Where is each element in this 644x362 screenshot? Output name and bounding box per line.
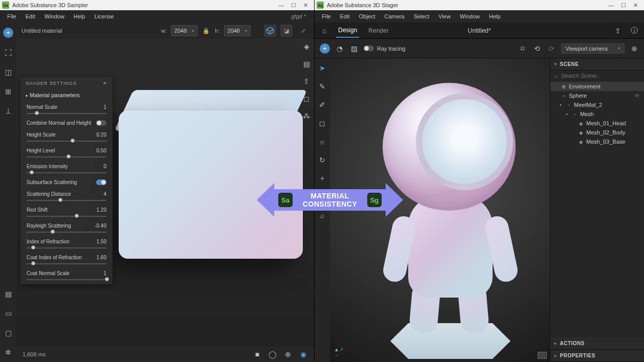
layers-icon[interactable]: ◈ [302, 42, 311, 51]
tree-item-mesh[interactable]: ▾▫Mesh [550, 109, 644, 119]
briefcase-icon[interactable]: ▭ [4, 309, 13, 318]
param-red-shift[interactable]: Red Shift1.20 [20, 205, 113, 221]
share-icon[interactable]: ⇪ [613, 26, 623, 35]
param-normal-scale[interactable]: Normal Scale1 [20, 102, 113, 118]
menu-file[interactable]: File [3, 12, 20, 21]
visibility-icon[interactable]: 👁 [634, 93, 640, 99]
param-rayleigh-scattering[interactable]: Rayleigh Scattering-0.40 [20, 221, 113, 237]
slider-track[interactable] [27, 247, 106, 248]
link-icon[interactable]: 🔒 [202, 26, 211, 35]
view-2d-icon[interactable]: ◪ [280, 25, 293, 37]
param-emission-intensity[interactable]: Emission Intensity0 [20, 162, 113, 177]
width-select[interactable]: 2048▾ [171, 25, 197, 36]
refresh-icon[interactable]: ◯ [268, 350, 277, 359]
record-icon[interactable]: ◉ [299, 350, 308, 359]
menu-file[interactable]: File [318, 12, 335, 21]
ray-tracing-toggle[interactable] [364, 46, 374, 51]
close-button[interactable]: ✕ [633, 2, 638, 9]
height-select[interactable]: 2048▾ [224, 25, 251, 36]
tab-render[interactable]: Render [366, 24, 390, 37]
home-icon[interactable]: ⌂ [320, 26, 329, 35]
image-icon[interactable]: ▨ [349, 44, 359, 53]
export-icon[interactable]: ⇪ [302, 77, 311, 86]
menu-camera[interactable]: Camera [381, 12, 409, 21]
add-icon[interactable]: ＋ [3, 28, 13, 38]
snap2-icon[interactable]: ⟲ [532, 44, 542, 53]
fullscreen-icon[interactable]: ⤢ [297, 25, 309, 37]
actions-heading[interactable]: ▸ACTIONS [550, 337, 644, 349]
panel1-icon[interactable]: ▤ [4, 289, 13, 299]
menu-help[interactable]: Help [70, 12, 90, 21]
maximize-button[interactable]: ☐ [621, 2, 626, 9]
param-coat-index-of-refraction[interactable]: Coat Index of Refraction1.60 [20, 253, 113, 268]
slider-track[interactable] [27, 141, 106, 142]
slider-track[interactable] [27, 279, 106, 280]
menu-object[interactable]: Object [355, 12, 380, 21]
sample-icon[interactable]: ✐ [318, 100, 327, 109]
view-3d-icon[interactable] [264, 25, 276, 37]
slider-track[interactable] [27, 216, 106, 217]
presentation-icon[interactable]: ▢ [4, 328, 13, 337]
books-icon[interactable]: ▤ [302, 59, 311, 69]
plus-icon[interactable]: ＋ [318, 174, 327, 183]
menu-edit[interactable]: Edit [21, 12, 39, 21]
help-icon[interactable]: ⓘ [630, 26, 639, 35]
shape-icon[interactable]: ◫ [4, 67, 13, 77]
slider-track[interactable] [27, 200, 106, 201]
menu-license[interactable]: License [90, 12, 118, 21]
slider-track[interactable] [27, 172, 106, 173]
tree-item-mesh-03-base[interactable]: ◈Mesh_03_Base [550, 137, 644, 146]
slider-track[interactable] [27, 113, 106, 114]
camera-icon[interactable]: ■ [253, 350, 262, 359]
viewport-mini-icon[interactable] [538, 352, 547, 359]
minimize-button[interactable]: — [608, 2, 614, 9]
tree-item-mesh-01-head[interactable]: ◈Mesh_01_Head [550, 119, 644, 128]
settings-icon[interactable]: ✲ [4, 348, 13, 357]
chevron-down-icon[interactable]: ▾ [560, 103, 564, 107]
tab-design[interactable]: Design [336, 24, 359, 38]
tree-item-environment[interactable]: ⊕Environment [550, 82, 644, 91]
menu-help[interactable]: Help [485, 12, 505, 21]
lights-icon[interactable]: ⁂ [302, 111, 311, 121]
add-button[interactable]: ＋ [320, 43, 330, 54]
light-icon[interactable]: ☼ [318, 137, 327, 146]
snap3-icon[interactable]: ⟳ [547, 44, 556, 53]
shader-close-icon[interactable]: ✕ [103, 81, 107, 86]
crop-icon[interactable]: ⛶ [4, 48, 13, 57]
globe-icon[interactable]: ⊕ [283, 350, 293, 359]
slider-track[interactable] [27, 232, 106, 233]
toggle[interactable] [96, 179, 106, 185]
toggle[interactable] [96, 120, 106, 126]
param-combine-normal-and-height[interactable]: Combine Normal and Height [20, 118, 113, 130]
menu-view[interactable]: View [434, 12, 455, 21]
speed-icon[interactable]: ◔ [335, 44, 344, 53]
cube-icon[interactable]: ◻ [302, 94, 311, 103]
minimize-button[interactable]: — [278, 2, 284, 9]
menu-edit[interactable]: Edit [336, 12, 354, 21]
tree-item-meetmat-2[interactable]: ▾▫MeetMat_2 [550, 100, 644, 109]
menu-window[interactable]: Window [456, 12, 484, 21]
param-index-of-refraction[interactable]: Index of Refraction1.50 [20, 237, 113, 253]
chevron-down-icon[interactable]: ▾ [566, 112, 570, 117]
param-height-scale[interactable]: Height Scale0.20 [20, 130, 113, 146]
menu-window[interactable]: Window [40, 12, 69, 21]
close-button[interactable]: ✕ [303, 2, 308, 9]
shader-section[interactable]: Material parameters [30, 92, 80, 98]
slider-track[interactable] [27, 263, 106, 264]
param-height-level[interactable]: Height Level0.50 [20, 146, 113, 162]
snap1-icon[interactable]: ⌑ [518, 44, 527, 53]
maximize-button[interactable]: ☐ [291, 2, 296, 9]
menu-select[interactable]: Select [410, 12, 434, 21]
loop-icon[interactable]: ↻ [318, 155, 327, 165]
camera-add-icon[interactable]: ⊕ [630, 44, 639, 53]
param-coat-normal-scale[interactable]: Coat Normal Scale1 [20, 268, 113, 284]
grid-icon[interactable]: ⊞ [4, 87, 13, 96]
properties-heading[interactable]: ▸PROPERTIES [550, 350, 644, 361]
slider-track[interactable] [27, 156, 106, 157]
arrow-icon[interactable]: ➤ [318, 63, 327, 73]
camera-select[interactable]: Viewport camera ▾ [561, 43, 625, 54]
param-subsurface-scattering[interactable]: Subsurface Scattering [20, 177, 113, 189]
person-icon[interactable]: ⊥ [4, 106, 13, 116]
scene-search[interactable]: ⌕ Search Scene... [550, 71, 644, 81]
param-scattering-distance[interactable]: Scattering Distance4 [20, 189, 113, 205]
